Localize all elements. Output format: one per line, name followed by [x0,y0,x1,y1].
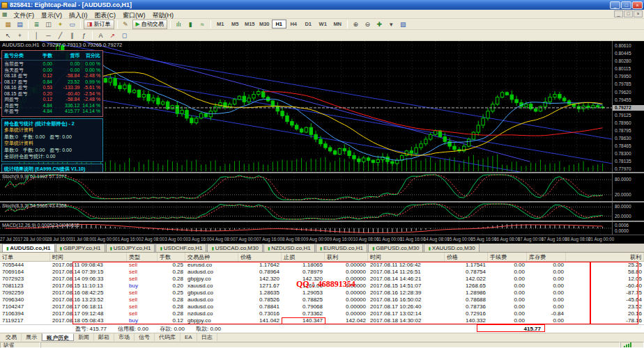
terminal-tab-journal[interactable]: 日志 [197,333,217,341]
timeframe-m5-button[interactable]: M5 [228,19,243,29]
minimize-button[interactable]: _ [610,1,620,9]
menu-charts[interactable]: 图表(C) [91,12,120,19]
macd-window[interactable]: MACD(12,26,9) 0.000522 0.000616 0.00060.… [0,222,644,235]
time-axis[interactable]: 27 Jul 201728 Jul 00:0028 Jul 16:0031 Ju… [0,235,644,244]
new-order-button[interactable]: ◨新订单 [84,19,114,29]
menu-view[interactable]: 显示(V) [38,12,66,19]
profile-indicator[interactable]: 缺省 [0,342,40,348]
stoch2-canvas[interactable] [0,203,612,221]
history-row[interactable]: 70963402017.08.16 13:23:52sell0.28audusd… [0,296,644,303]
timeframe-h1-button[interactable]: H1 [272,19,286,29]
column-header-close-price[interactable]: 价格 [445,253,488,261]
vertical-line-icon[interactable]: │ [31,31,43,40]
close-button[interactable]: × [632,1,643,9]
navigator-icon[interactable]: ✦ [54,19,66,29]
column-header-open-price[interactable]: 价格 [238,253,282,261]
horizontal-line-icon[interactable]: ─ [43,31,54,40]
chart-tab-nzdusd[interactable]: ▮NZDUSD.co,H1 [263,244,315,252]
menu-file[interactable]: 文件(F) [10,12,38,19]
terminal-tab-market[interactable]: 市场 [114,333,135,341]
terminal-tab-account-history[interactable]: 账户历史 [42,333,74,341]
line-chart-icon[interactable]: ≈ [197,19,208,29]
mdi-restore-button[interactable]: □ [624,10,633,17]
candlestick-chart-icon[interactable]: ▮ [185,19,197,29]
data-window-icon[interactable]: ◫ [43,19,54,29]
history-row[interactable]: 71042472017.08.17 06:18:11sell0.28audusd… [0,303,644,310]
crosshair-icon[interactable]: + [14,31,26,40]
main-chart-window[interactable]: AUDUSD.co,H1 0.79297 0.79313 0.79265 0.7… [0,41,644,172]
autotrading-button[interactable]: ▶自动交易 [132,19,167,29]
timeframe-m1-button[interactable]: M1 [213,19,228,29]
time-tick: 1 Aug 16:00 [118,237,141,242]
bar-chart-icon[interactable]: ılı [173,19,185,29]
timeframe-m30-button[interactable]: M30 [257,19,272,29]
chart-tab-gbpusd[interactable]: ▮GBPUSD.co,M30 [368,244,424,252]
stoch1-canvas[interactable] [0,173,612,201]
stochastic-window-1[interactable]: Stoch(9,9,9) 62.1992 57.1077 80.000020.0… [0,173,644,201]
chart-tab-audusd[interactable]: ▮AUDUSD.co,H1 [2,244,55,252]
templates-icon[interactable]: ▧ [397,19,409,29]
equidistant-channel-icon[interactable]: ∥ [66,31,78,40]
menu-insert[interactable]: 插入(I) [66,12,91,19]
text-label-icon[interactable]: A [95,31,107,40]
price-scale[interactable]: 0.806100.804450.802800.801150.799500.797… [612,41,644,172]
terminal-tab-exposure[interactable]: 展示 [22,333,42,341]
column-header-close-time[interactable]: 时间 [368,253,445,261]
chart-tab-usdchf[interactable]: ▮USDCHF.co,H1 [155,244,206,252]
terminal-tab-code-base[interactable]: 代码库 [155,333,181,341]
column-header-swap[interactable]: 库存费 [527,253,566,261]
chart-tab-usdcad[interactable]: ▮USDCAD.co,M30 [207,244,263,252]
terminal-icon[interactable]: ▭ [66,19,78,29]
maximize-button[interactable]: □ [621,1,631,9]
history-row[interactable]: 70554442017.08.11 09:08:43sell0.25eurusd… [0,262,644,269]
stochastic-window-2[interactable]: Stoch(8,3,3) 54.5966 43.4368 80.000020.0… [0,203,644,221]
fibonacci-icon[interactable]: ƒ [78,31,90,40]
menu-help[interactable]: 帮助(H) [149,12,178,19]
terminal-tab-ea[interactable]: EA [181,333,197,341]
mdi-close-button[interactable]: × [634,10,643,17]
terminal-tab-trade[interactable]: 交易 [1,333,22,341]
macd-canvas[interactable] [0,222,612,235]
column-header-take-profit[interactable]: 获利 [325,253,368,261]
column-header-open-time[interactable]: 时间 [50,253,127,261]
terminal-tab-news[interactable]: 新闻 [74,333,94,341]
timeframe-h4-button[interactable]: H4 [286,19,301,29]
history-row[interactable]: 71192172017.08.18 05:08:43buy0.12gbpjpy.… [0,317,644,324]
chart-tab-xauusd[interactable]: ▮XAUUSD.co,M30 [424,244,479,252]
timeframe-w1-button[interactable]: W1 [316,19,330,29]
history-row[interactable]: 71063942017.08.17 09:12:48sell0.28nzdusd… [0,310,644,317]
cell-symbol: audusd.co [185,296,238,303]
cursor-icon[interactable]: ↖ [2,31,14,40]
menu-window[interactable]: 窗口(W) [119,12,149,19]
column-header-symbol[interactable]: 交易品种 [185,253,238,261]
shapes-icon[interactable]: ◻ [118,31,130,40]
profiles-icon[interactable]: ▤ [14,19,26,29]
history-row[interactable]: 70691642017.08.14 07:39:15sell0.28audusd… [0,269,644,276]
column-header-stop-loss[interactable]: 止损 [282,253,325,261]
terminal-tab-signals[interactable]: 信号 [135,333,155,341]
zoom-in-icon[interactable]: ⊕ [350,19,362,29]
column-header-profit[interactable]: 获利 [566,253,644,261]
trendline-icon[interactable]: ╱ [54,31,66,40]
timeframe-d1-button[interactable]: D1 [301,19,316,29]
chart-tab-usdjpy[interactable]: ▮USDJPY.co,H1 [106,244,155,252]
mdi-minimize-button[interactable]: _ [614,10,623,17]
indicators-icon[interactable]: ✚ [374,19,385,29]
cell-close-price: 1268.65 [445,283,488,290]
chart-tab-eurusd[interactable]: ▮EURUSD.co,H1 [316,244,367,252]
new-chart-icon[interactable]: ▦ [2,19,14,29]
arrow-objects-icon[interactable]: ↗ [107,31,118,40]
column-header-type[interactable]: 类型 [127,253,158,261]
zoom-out-icon[interactable]: ⊖ [362,19,374,29]
column-header-commission[interactable]: 手续费 [488,253,527,261]
column-header-order[interactable]: 订单 [0,253,50,261]
market-watch-icon[interactable]: ≣ [31,19,43,29]
periods-icon[interactable]: ▾ [385,19,397,29]
history-row[interactable]: 70922592017.08.16 08:42:25sell0.25gbpusd… [0,290,644,296]
metaeditor-icon[interactable]: ✎ [120,19,132,29]
terminal-tab-mailbox[interactable]: 邮箱 [94,333,114,341]
column-header-lots[interactable]: 手数 [158,253,185,261]
timeframe-m15-button[interactable]: M15 [243,19,257,29]
chart-tab-gbpjpy[interactable]: ▮GBPJPY.co,H1 [56,244,105,252]
timeframe-mn-button[interactable]: MN [330,19,345,29]
